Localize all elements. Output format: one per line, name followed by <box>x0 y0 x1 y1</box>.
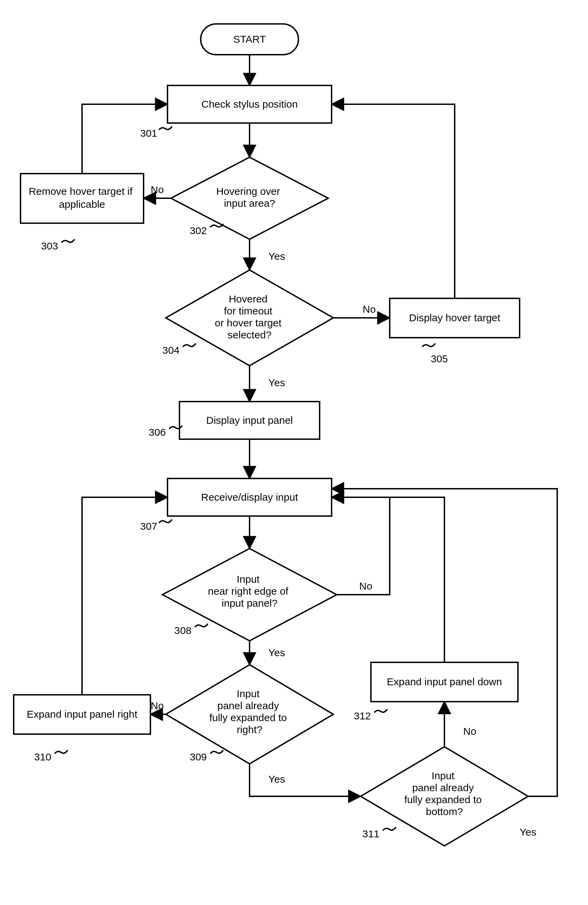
edge-312-307 <box>332 497 444 662</box>
edge-303-301 <box>82 104 167 174</box>
edge-311-312-label: No <box>463 726 476 737</box>
ref-305: 305 <box>422 343 448 364</box>
node-311: Input panel already fully expanded to bo… <box>361 747 528 846</box>
edge-308-309-label: Yes <box>269 647 285 658</box>
edge-302-304-label: Yes <box>269 251 285 262</box>
node-303: Remove hover target if applicable <box>21 174 144 223</box>
node-301: Check stylus position <box>167 86 332 123</box>
node-309: Input panel already fully expanded to ri… <box>166 665 333 764</box>
node-301-label: Check stylus position <box>201 98 298 110</box>
ref-309: 309 <box>190 750 223 762</box>
node-307-label: Receive/display input <box>201 491 298 503</box>
node-309-label: Input panel already fully expanded to ri… <box>209 688 289 735</box>
node-306: Display input panel <box>180 402 319 439</box>
ref-310: 310 <box>34 750 68 762</box>
node-303-label: Remove hover target if applicable <box>29 186 135 210</box>
node-312-label: Expand input panel down <box>387 676 502 687</box>
start-label: START <box>233 33 266 45</box>
ref-308: 308 <box>174 624 208 636</box>
ref-302: 302 <box>190 224 223 236</box>
edge-311-307-label: Yes <box>520 826 536 838</box>
node-311-label: Input panel already fully expanded to bo… <box>404 770 485 817</box>
ref-302-text: 302 <box>190 225 207 236</box>
ref-301: 301 <box>140 127 172 139</box>
edge-309-311-label: Yes <box>269 773 285 785</box>
edge-309-310-label: No <box>151 700 164 711</box>
node-304: Hovered for timeout or hover target sele… <box>166 270 333 366</box>
ref-303: 303 <box>41 239 75 252</box>
ref-311: 311 <box>362 827 396 839</box>
ref-307-text: 307 <box>140 521 157 532</box>
ref-307: 307 <box>140 519 172 532</box>
ref-311-text: 311 <box>362 828 380 839</box>
node-306-label: Display input panel <box>206 414 293 426</box>
node-305-label: Display hover target <box>409 312 501 323</box>
node-302-label: Hovering over input area? <box>216 186 283 209</box>
flowchart: START Check stylus position Hovering ove… <box>0 0 588 905</box>
ref-306-text: 306 <box>149 427 166 438</box>
edge-309-311 <box>250 764 361 796</box>
node-312: Expand input panel down <box>371 662 518 702</box>
edge-305-301 <box>332 104 455 298</box>
edge-308-307-label: No <box>359 580 372 592</box>
node-304-label: Hovered for timeout or hover target sele… <box>215 293 284 340</box>
ref-305-text: 305 <box>431 353 448 364</box>
ref-303-text: 303 <box>41 240 58 252</box>
node-310-label: Expand input panel right <box>27 708 137 720</box>
ref-304-text: 304 <box>162 345 180 356</box>
node-307: Receive/display input <box>167 478 332 516</box>
node-305: Display hover target <box>390 298 520 338</box>
node-308-label: Input near right edge of input panel? <box>208 573 291 609</box>
edge-302-303-label: No <box>151 184 164 195</box>
ref-309-text: 309 <box>190 751 207 762</box>
node-start: START <box>201 24 299 55</box>
edge-304-306-label: Yes <box>269 377 285 388</box>
ref-312-text: 312 <box>354 710 371 721</box>
node-310: Expand input panel right <box>14 695 150 734</box>
ref-306: 306 <box>149 426 182 438</box>
ref-304: 304 <box>162 343 196 356</box>
ref-301-text: 301 <box>140 127 157 139</box>
ref-308-text: 308 <box>174 625 191 636</box>
ref-310-text: 310 <box>34 751 51 762</box>
ref-312: 312 <box>354 709 387 721</box>
edge-304-305-label: No <box>363 303 376 315</box>
